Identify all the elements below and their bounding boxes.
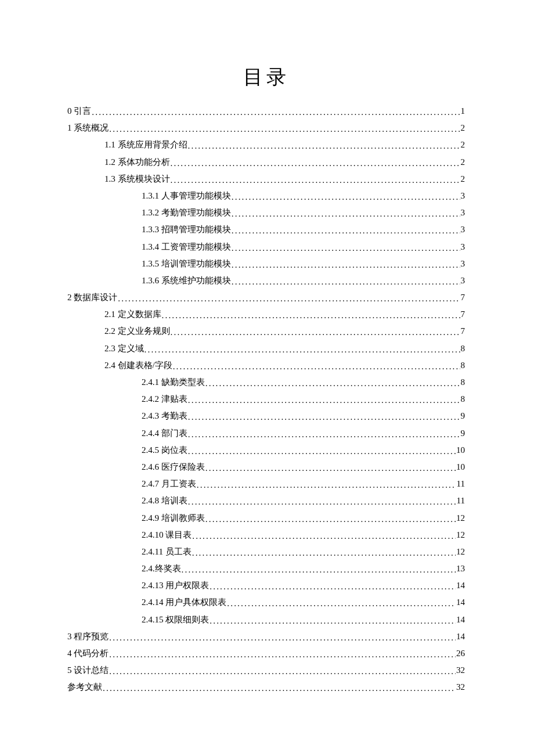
toc-entry-page: 14 <box>456 598 465 607</box>
toc-leader-dots <box>109 650 456 659</box>
toc-leader-dots <box>109 667 456 676</box>
toc-leader-dots <box>205 515 456 524</box>
toc-entry: 2.4.4 部门表9 <box>67 429 465 438</box>
toc-entry-page: 10 <box>456 463 465 471</box>
toc-entry-label: 4 代码分析 <box>67 649 109 658</box>
toc-leader-dots <box>92 108 460 117</box>
toc-entry-page: 11 <box>457 480 465 488</box>
toc-entry: 2.2 定义业务规则7 <box>67 327 465 336</box>
toc-entry: 2.1 定义数据库7 <box>67 310 465 319</box>
toc-entry-page: 7 <box>461 310 466 319</box>
toc-entry-label: 2.4.6 医疗保险表 <box>142 463 205 471</box>
toc-entry-page: 12 <box>456 548 465 556</box>
toc-entry-page: 3 <box>461 260 466 268</box>
toc-leader-dots <box>103 684 456 693</box>
toc-entry: 2 数据库设计7 <box>67 293 465 302</box>
toc-entry-label: 2 数据库设计 <box>67 293 117 302</box>
toc-entry-label: 2.4 创建表格/字段 <box>104 361 172 370</box>
toc-entry: 参考文献32 <box>67 683 465 692</box>
toc-entry-label: 2.4.终奖表 <box>142 564 181 573</box>
toc-entry-page: 9 <box>461 429 466 438</box>
toc-entry-label: 1.3.4 工资管理功能模块 <box>142 243 231 251</box>
toc-entry-label: 2.4.15 权限细则表 <box>142 615 209 624</box>
toc-entry-label: 2.2 定义业务规则 <box>104 327 170 336</box>
toc-entry-page: 14 <box>456 615 465 624</box>
toc-leader-dots <box>197 481 456 489</box>
toc-leader-dots <box>109 633 456 642</box>
toc-entry-label: 2.1 定义数据库 <box>104 310 161 319</box>
toc-entry-label: 2.4.8 培训表 <box>142 496 187 505</box>
toc-entry-page: 7 <box>461 327 466 336</box>
toc-entry: 2.4.9 培训教师表12 <box>67 514 465 523</box>
toc-entry-page: 8 <box>461 344 466 353</box>
toc-entry-label: 1.3.3 招聘管理功能模块 <box>142 225 231 234</box>
toc-leader-dots <box>192 549 456 557</box>
toc-leader-dots <box>188 142 460 150</box>
toc-leader-dots <box>232 261 460 269</box>
document-page: 目录 0 引言11 系统概况21.1 系统应用背景介绍21.2 系体功能分析21… <box>0 0 534 692</box>
toc-entry-page: 3 <box>461 192 466 200</box>
toc-entry: 1.1 系统应用背景介绍2 <box>67 141 465 149</box>
toc-entry: 3 程序预览14 <box>67 632 465 641</box>
toc-entry-page: 7 <box>461 293 466 302</box>
table-of-contents: 0 引言11 系统概况21.1 系统应用背景介绍21.2 系体功能分析21.3 … <box>67 107 465 692</box>
toc-entry: 4 代码分析26 <box>67 649 465 658</box>
toc-entry-label: 2.4.1 缺勤类型表 <box>142 378 205 387</box>
toc-leader-dots <box>118 294 460 303</box>
toc-entry: 5 设计总结32 <box>67 666 465 675</box>
toc-entry-label: 1.1 系统应用背景介绍 <box>104 141 187 149</box>
toc-entry: 2.4.15 权限细则表14 <box>67 615 465 624</box>
toc-leader-dots <box>182 566 456 574</box>
toc-leader-dots <box>188 498 456 506</box>
toc-entry: 1 系统概况2 <box>67 124 465 132</box>
toc-entry: 2.4.2 津贴表8 <box>67 395 465 404</box>
toc-entry-page: 26 <box>456 649 465 658</box>
toc-leader-dots <box>192 532 456 541</box>
toc-entry: 0 引言1 <box>67 107 465 116</box>
toc-leader-dots <box>171 328 460 337</box>
toc-leader-dots <box>188 396 460 405</box>
toc-entry-page: 12 <box>456 514 465 523</box>
toc-leader-dots <box>173 362 460 371</box>
toc-entry-label: 1.3.2 考勤管理功能模块 <box>142 208 231 217</box>
toc-entry-page: 8 <box>461 395 466 404</box>
toc-entry-page: 32 <box>456 666 465 675</box>
toc-entry-page: 2 <box>461 124 466 132</box>
toc-entry: 2.4.1 缺勤类型表8 <box>67 378 465 387</box>
toc-entry-label: 2.4.10 课目表 <box>142 531 192 539</box>
toc-leader-dots <box>205 379 460 388</box>
toc-leader-dots <box>188 430 460 439</box>
toc-entry-label: 1.2 系体功能分析 <box>104 158 170 167</box>
toc-entry-label: 2.4.5 岗位表 <box>142 446 187 455</box>
toc-entry-page: 14 <box>456 581 465 590</box>
toc-leader-dots <box>162 311 460 320</box>
toc-entry: 2.4.7 月工资表11 <box>67 480 465 488</box>
toc-entry: 1.3.2 考勤管理功能模块3 <box>67 208 465 217</box>
toc-entry: 2.4.6 医疗保险表10 <box>67 463 465 471</box>
toc-entry-page: 2 <box>461 141 466 149</box>
toc-entry-page: 10 <box>456 446 465 455</box>
toc-leader-dots <box>210 617 456 625</box>
toc-entry-label: 3 程序预览 <box>67 632 109 641</box>
toc-entry-label: 1.3.1 人事管理功能模块 <box>142 192 231 200</box>
toc-leader-dots <box>188 413 460 422</box>
toc-entry-label: 2.4.14 用户具体权限表 <box>142 598 226 607</box>
toc-leader-dots <box>210 582 456 591</box>
toc-entry-page: 11 <box>457 496 465 505</box>
toc-entry-label: 1.3.5 培训管理功能模块 <box>142 260 231 268</box>
toc-entry-page: 3 <box>461 208 466 217</box>
toc-entry-label: 0 引言 <box>67 107 91 116</box>
toc-entry-label: 2.4.3 考勤表 <box>142 412 187 420</box>
toc-entry-page: 9 <box>461 412 466 420</box>
toc-entry: 2.3 定义域8 <box>67 344 465 353</box>
toc-entry-label: 2.3 定义域 <box>104 344 144 353</box>
toc-entry-page: 3 <box>461 243 466 251</box>
toc-entry: 1.3.3 招聘管理功能模块3 <box>67 225 465 234</box>
toc-leader-dots <box>232 193 460 201</box>
toc-entry: 1.3.5 培训管理功能模块3 <box>67 260 465 268</box>
toc-entry-label: 2.4.2 津贴表 <box>142 395 187 404</box>
toc-entry: 2.4.终奖表13 <box>67 564 465 573</box>
toc-entry-page: 8 <box>461 361 466 370</box>
toc-entry: 2.4.14 用户具体权限表14 <box>67 598 465 607</box>
toc-entry-page: 2 <box>461 175 466 183</box>
